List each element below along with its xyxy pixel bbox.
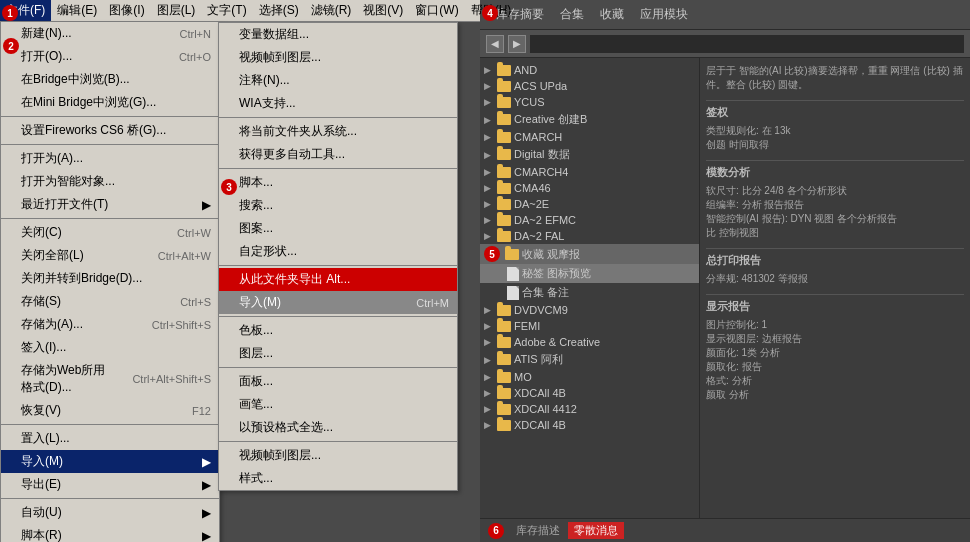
menu-filter[interactable]: 滤镜(R) [305,0,358,21]
prop-divider-3 [706,248,964,249]
menu-item-revert[interactable]: 恢复(V) F12 [1,399,219,422]
tree-item-dvdvcm9[interactable]: ▶ DVDVCM9 [480,302,699,318]
separator-3 [1,218,219,219]
tree-item-and[interactable]: ▶ AND [480,62,699,78]
prop-analysis-rate: 组编率: 分析 报告报告 [706,198,964,212]
sub-sep-5 [219,367,457,368]
tree-item-digital[interactable]: ▶ Digital 数据 [480,145,699,164]
submenu-notes[interactable]: 注释(N)... [219,69,457,92]
nav-back-btn[interactable]: ◀ [486,35,504,53]
submenu-swatches[interactable]: 色板... [219,319,457,342]
submenu-shapes[interactable]: 自定形状... [219,240,457,263]
menu-item-fireworks[interactable]: 设置Fireworks CS6 桥(G)... [1,119,219,142]
prop-display-section: 显示报告 图片控制化: 1 显示视图层: 边框报告 颜面化: 1类 分析 颜取化… [706,299,964,402]
submenu-patterns[interactable]: 图案... [219,217,457,240]
submenu-export-folder[interactable]: 从此文件夹导出 Alt... [219,268,457,291]
menu-item-place[interactable]: 置入(L)... [1,427,219,450]
nav-forward-btn[interactable]: ▶ [508,35,526,53]
nav-path-display [530,35,964,53]
menu-window[interactable]: 窗口(W) [409,0,464,21]
submenu-video-2[interactable]: 视频帧到图层... [219,444,457,467]
menu-item-save[interactable]: 存储(S) Ctrl+S [1,290,219,313]
tree-item-cma46[interactable]: ▶ CMA46 [480,180,699,196]
tree-item-adobe[interactable]: ▶ Adobe & Creative [480,334,699,350]
menu-item-close-all[interactable]: 关闭全部(L) Ctrl+Alt+W [1,244,219,267]
menu-item-browse-mini[interactable]: 在Mini Bridge中浏览(G)... [1,91,219,114]
prop-divider-4 [706,294,964,295]
submenu-video-frames[interactable]: 视频帧到图层... [219,46,457,69]
submenu-styles[interactable]: 样式... [219,467,457,490]
tree-item-da2efmc[interactable]: ▶ DA~2 EFMC [480,212,699,228]
folder-icon [497,132,511,143]
submenu-brush[interactable]: 画笔... [219,393,457,416]
tree-item-ycus[interactable]: ▶ YCUS [480,94,699,110]
menu-item-recent[interactable]: 最近打开文件(T) ▶ [1,193,219,216]
prop-print-detail: 分率规: 481302 等报报 [706,272,964,286]
menu-item-new[interactable]: 新建(N)... Ctrl+N [1,22,219,45]
submenu-more-tools[interactable]: 获得更多自动工具... [219,143,457,166]
menu-item-browse-bridge[interactable]: 在Bridge中浏览(B)... [1,68,219,91]
prop-display-title: 显示报告 [706,299,964,314]
menu-edit[interactable]: 编辑(E) [51,0,103,21]
file-tree[interactable]: ▶ AND ▶ ACS UPda ▶ YCUS ▶ Creati [480,58,700,518]
tree-item-favorites[interactable]: 5 收藏 观摩报 [480,244,699,264]
prop-display-color3: 颜取 分析 [706,388,964,402]
menu-item-scripts[interactable]: 脚本(R) ▶ [1,524,219,542]
menu-item-open-smart[interactable]: 打开为智能对象... [1,170,219,193]
prop-display-color2: 颜取化: 报告 [706,360,964,374]
menu-text[interactable]: 文字(T) [201,0,252,21]
menu-item-save-web[interactable]: 存储为Web所用格式(D)... Ctrl+Alt+Shift+S [1,359,219,399]
menu-view[interactable]: 视图(V) [357,0,409,21]
submenu-scripts[interactable]: 脚本... [219,171,457,194]
tree-item-preview[interactable]: 秘签 图标预览 [480,264,699,283]
submenu-panels[interactable]: 面板... [219,370,457,393]
status-left-label: 库存描述 [516,523,560,538]
tree-item-da2fal[interactable]: ▶ DA~2 FAL [480,228,699,244]
tree-item-femi[interactable]: ▶ FEMI [480,318,699,334]
submenu-search[interactable]: 搜索... [219,194,457,217]
menu-bar[interactable]: 文件(F) 编辑(E) 图像(I) 图层(L) 文字(T) 选择(S) 滤镜(R… [0,0,480,22]
tree-item-acs[interactable]: ▶ ACS UPda [480,78,699,94]
menu-item-close[interactable]: 关闭(C) Ctrl+W [1,221,219,244]
menu-item-close-bridge[interactable]: 关闭并转到Bridge(D)... [1,267,219,290]
menu-item-auto[interactable]: 自动(U) ▶ [1,501,219,524]
tree-item-creative[interactable]: ▶ Creative 创建B [480,110,699,129]
submenu-import-m[interactable]: 导入(M) Ctrl+M [219,291,457,314]
toolbar-tab-apps[interactable]: 应用模块 [632,4,696,25]
file-dropdown-menu: 2 新建(N)... Ctrl+N 打开(O)... Ctrl+O 在Bridg… [0,22,220,542]
submenu-layers[interactable]: 图层... [219,342,457,365]
prop-divider-1 [706,100,964,101]
prop-display-format: 格式: 分析 [706,374,964,388]
menu-select[interactable]: 选择(S) [253,0,305,21]
menu-item-open[interactable]: 打开(O)... Ctrl+O [1,45,219,68]
tree-item-xdcall4412[interactable]: ▶ XDCAll 4412 [480,401,699,417]
submenu-variable-data[interactable]: 变量数据组... [219,23,457,46]
sub-sep-2 [219,168,457,169]
menu-item-checkin[interactable]: 签入(I)... [1,336,219,359]
tree-item-mo[interactable]: ▶ MO [480,369,699,385]
menu-item-export[interactable]: 导出(E) ▶ [1,473,219,496]
tree-item-xdcall4b[interactable]: ▶ XDCAll 4B [480,385,699,401]
prop-description-text: 层于于 智能的(AI 比较)摘要选择帮，重重 网理信 (比较) 插件。整合 (比… [706,64,964,92]
tree-item-cmarch4[interactable]: ▶ CMARCH4 [480,164,699,180]
menu-item-import[interactable]: 导入(M) ▶ [1,450,219,473]
callout-badge-4: 4 [482,5,502,21]
folder-icon [497,231,511,242]
toolbar-tab-favorites[interactable]: 收藏 [592,4,632,25]
submenu-presets[interactable]: 以预设格式全选... [219,416,457,439]
tree-item-notes[interactable]: 合集 备注 [480,283,699,302]
menu-layer[interactable]: 图层(L) [151,0,202,21]
submenu-wia[interactable]: WIA支持... [219,92,457,115]
toolbar-tab-collections[interactable]: 合集 [552,4,592,25]
folder-icon [497,183,511,194]
submenu-current-folder[interactable]: 将当前文件夹从系统... [219,120,457,143]
tree-item-da2e[interactable]: ▶ DA~2E [480,196,699,212]
prop-display-view: 显示视图层: 边框报告 [706,332,964,346]
tree-item-xdcall4b2[interactable]: ▶ XDCAll 4B [480,417,699,433]
menu-item-save-as[interactable]: 存储为(A)... Ctrl+Shift+S [1,313,219,336]
menu-item-open-as[interactable]: 打开为(A)... [1,147,219,170]
tree-item-cmarch[interactable]: ▶ CMARCH [480,129,699,145]
tree-item-atis[interactable]: ▶ ATIS 阿利 [480,350,699,369]
menu-image[interactable]: 图像(I) [103,0,150,21]
folder-icon [497,167,511,178]
